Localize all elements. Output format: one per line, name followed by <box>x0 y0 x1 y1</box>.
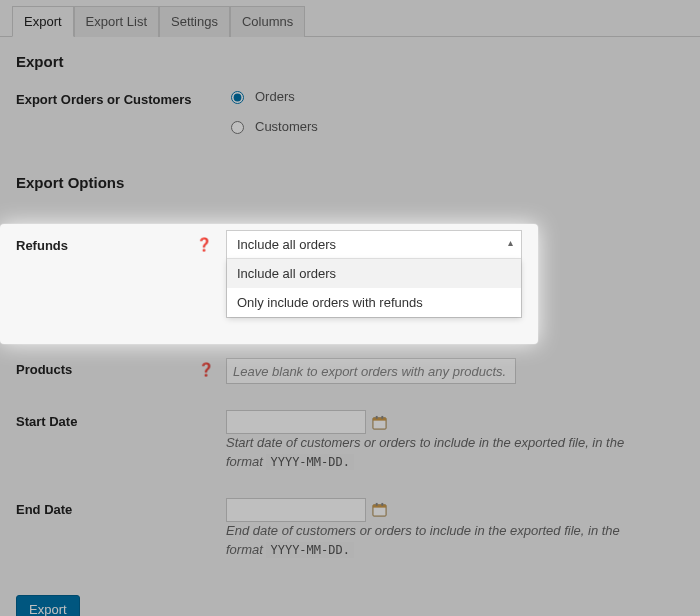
export-button[interactable]: Export <box>16 595 80 616</box>
tabs-bar: Export Export List Settings Columns <box>0 0 700 37</box>
refunds-option-only-refunds[interactable]: Only include orders with refunds <box>227 288 521 317</box>
calendar-icon <box>372 502 387 517</box>
label-end-date: End Date <box>16 502 72 517</box>
svg-rect-5 <box>373 505 386 508</box>
tab-columns[interactable]: Columns <box>230 6 305 37</box>
refunds-options-list: Include all orders Only include orders w… <box>227 259 521 317</box>
refunds-dropdown[interactable]: Include all orders Include all orders On… <box>226 230 522 318</box>
refunds-highlight: Refunds ❓ Include all orders Include all… <box>0 224 538 344</box>
tab-export[interactable]: Export <box>12 6 74 37</box>
tab-export-list[interactable]: Export List <box>74 6 159 37</box>
end-date-help: End date of customers or orders to inclu… <box>226 522 656 560</box>
start-date-help: Start date of customers or orders to inc… <box>226 434 656 472</box>
radio-customers[interactable] <box>231 121 244 134</box>
label-products: Products <box>16 362 72 377</box>
radio-orders[interactable] <box>231 91 244 104</box>
radio-orders-label: Orders <box>255 89 295 104</box>
section-export-options-title: Export Options <box>16 174 684 191</box>
help-icon[interactable]: ❓ <box>198 363 212 377</box>
svg-rect-6 <box>375 503 377 506</box>
input-start-date[interactable] <box>226 410 366 434</box>
svg-rect-1 <box>373 417 386 420</box>
svg-rect-3 <box>381 416 383 419</box>
label-export-type: Export Orders or Customers <box>16 92 192 107</box>
svg-rect-2 <box>375 416 377 419</box>
export-page: Export Export List Settings Columns Expo… <box>0 0 700 616</box>
tab-settings[interactable]: Settings <box>159 6 230 37</box>
refunds-option-all[interactable]: Include all orders <box>227 259 521 288</box>
radio-customers-label: Customers <box>255 119 318 134</box>
refunds-selected[interactable]: Include all orders <box>227 231 521 259</box>
svg-rect-7 <box>381 503 383 506</box>
input-products[interactable] <box>226 358 516 384</box>
label-start-date: Start Date <box>16 414 77 429</box>
section-export-title: Export <box>16 53 684 70</box>
label-refunds: Refunds <box>16 238 68 253</box>
calendar-icon <box>372 415 387 430</box>
input-end-date[interactable] <box>226 498 366 522</box>
help-icon[interactable]: ❓ <box>196 238 210 252</box>
